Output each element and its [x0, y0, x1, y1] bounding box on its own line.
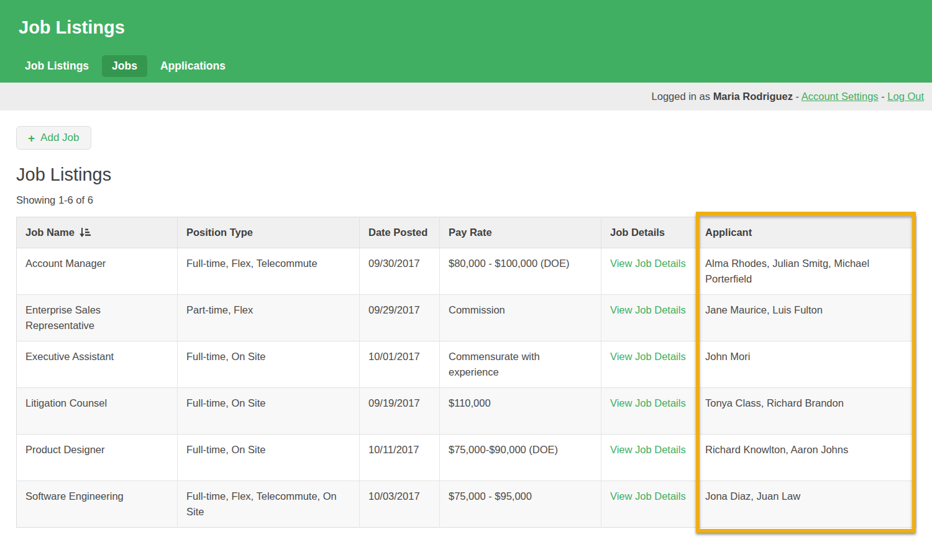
main-content: + Add Job Job Listings Showing 1-6 of 6 …	[0, 111, 932, 528]
plus-icon: +	[28, 132, 35, 144]
separator: -	[881, 91, 885, 102]
logged-in-text: Logged in as	[652, 91, 711, 102]
view-job-details-link[interactable]: View Job Details	[610, 397, 686, 409]
column-header-label: Job Name	[25, 227, 75, 238]
view-job-details-link[interactable]: View Job Details	[610, 351, 686, 362]
tab-jobs[interactable]: Jobs	[102, 55, 147, 77]
applicant-cell: Jona Diaz, Juan Law	[697, 481, 916, 528]
table-row: Product Designer Full-time, On Site 10/1…	[17, 435, 916, 481]
table-row: Executive Assistant Full-time, On Site 1…	[17, 341, 916, 388]
user-bar: Logged in as Maria Rodriguez - Account S…	[0, 83, 932, 111]
view-job-details-link[interactable]: View Job Details	[610, 444, 686, 455]
column-header-position-type: Position Type	[178, 217, 360, 248]
view-job-details-link[interactable]: View Job Details	[610, 304, 686, 315]
showing-count: Showing 1-6 of 6	[16, 194, 916, 206]
pay-rate-cell: $75,000 - $95,000	[440, 481, 601, 528]
applicant-cell: Tonya Class, Richard Brandon	[697, 388, 916, 435]
column-header-date-posted: Date Posted	[360, 217, 440, 248]
job-details-cell: View Job Details	[601, 388, 697, 435]
add-job-label: Add Job	[40, 132, 79, 144]
view-job-details-link[interactable]: View Job Details	[610, 490, 686, 502]
logout-link[interactable]: Log Out	[887, 91, 924, 102]
separator: -	[796, 91, 800, 102]
job-name-cell: Executive Assistant	[17, 341, 178, 388]
pay-rate-cell: $75,000-$90,000 (DOE)	[440, 435, 601, 481]
column-header-pay-rate: Pay Rate	[440, 217, 601, 248]
pay-rate-cell: $110,000	[440, 388, 601, 435]
applicant-cell: Richard Knowlton, Aaron Johns	[697, 435, 916, 481]
column-header-job-name[interactable]: Job Name	[17, 217, 178, 248]
date-posted-cell: 09/30/2017	[360, 248, 440, 295]
job-name-cell: Product Designer	[17, 435, 178, 481]
table-row: Account Manager Full-time, Flex, Telecom…	[17, 248, 916, 295]
column-header-applicant: Applicant	[697, 217, 916, 248]
date-posted-cell: 10/01/2017	[360, 341, 440, 388]
tab-applications[interactable]: Applications	[150, 55, 235, 77]
tab-job-listings[interactable]: Job Listings	[15, 55, 99, 77]
column-header-job-details: Job Details	[601, 217, 697, 248]
position-type-cell: Part-time, Flex	[178, 295, 360, 341]
job-listings-table-wrap: Job Name	[16, 217, 916, 528]
job-name-cell: Software Engineering	[17, 481, 178, 528]
pay-rate-cell: Commission	[440, 295, 601, 341]
position-type-cell: Full-time, On Site	[178, 435, 360, 481]
job-details-cell: View Job Details	[601, 481, 697, 528]
applicant-cell: Alma Rhodes, Julian Smitg, Michael Porte…	[697, 248, 916, 295]
applicant-cell: John Mori	[697, 341, 916, 388]
date-posted-cell: 09/19/2017	[360, 388, 440, 435]
add-job-button[interactable]: + Add Job	[16, 126, 91, 150]
pay-rate-cell: $80,000 - $100,000 (DOE)	[440, 248, 601, 295]
job-details-cell: View Job Details	[601, 295, 697, 341]
table-row: Enterprise Sales Representative Part-tim…	[17, 295, 916, 341]
position-type-cell: Full-time, On Site	[178, 341, 360, 388]
page-title: Job Listings	[16, 164, 916, 185]
job-name-cell: Account Manager	[17, 248, 178, 295]
pay-rate-cell: Commensurate with experience	[440, 341, 601, 388]
view-job-details-link[interactable]: View Job Details	[610, 258, 686, 269]
job-listings-table: Job Name	[16, 217, 916, 528]
table-body: Account Manager Full-time, Flex, Telecom…	[17, 248, 916, 528]
position-type-cell: Full-time, Flex, Telecommute, On Site	[178, 481, 360, 528]
date-posted-cell: 10/11/2017	[360, 435, 440, 481]
app-header: Job Listings Job Listings Jobs Applicati…	[0, 0, 932, 83]
position-type-cell: Full-time, Flex, Telecommute	[178, 248, 360, 295]
table-row: Software Engineering Full-time, Flex, Te…	[17, 481, 916, 528]
position-type-cell: Full-time, On Site	[178, 388, 360, 435]
table-header-row: Job Name	[17, 217, 916, 248]
job-name-cell: Litigation Counsel	[17, 388, 178, 435]
job-details-cell: View Job Details	[601, 341, 697, 388]
date-posted-cell: 09/29/2017	[360, 295, 440, 341]
job-details-cell: View Job Details	[601, 248, 697, 295]
job-details-cell: View Job Details	[601, 435, 697, 481]
sort-amount-down-icon	[79, 227, 91, 240]
app-title: Job Listings	[19, 0, 932, 38]
applicant-cell: Jane Maurice, Luis Fulton	[697, 295, 916, 341]
table-row: Litigation Counsel Full-time, On Site 09…	[17, 388, 916, 435]
date-posted-cell: 10/03/2017	[360, 481, 440, 528]
job-name-cell: Enterprise Sales Representative	[17, 295, 178, 341]
main-nav: Job Listings Jobs Applications	[15, 55, 932, 77]
account-settings-link[interactable]: Account Settings	[802, 91, 879, 102]
username: Maria Rodriguez	[713, 91, 793, 102]
